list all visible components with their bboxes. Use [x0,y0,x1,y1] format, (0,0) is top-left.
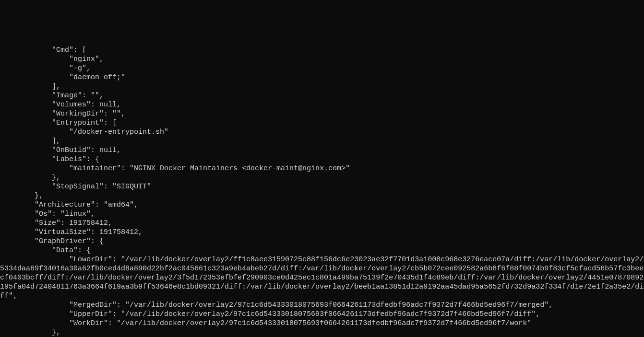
terminal-line: "Cmd": [ [0,46,644,55]
terminal-line: "Architecture": "amd64", [0,200,644,209]
terminal-line: "Size": 191758412, [0,219,644,228]
terminal-line: "UpperDir": "/var/lib/docker/overlay2/97… [0,310,644,319]
terminal-line: "daemon off;" [0,73,644,82]
terminal-line: "Labels": { [0,155,644,164]
terminal-line: }, [0,191,644,200]
terminal-line: "LowerDir": "/var/lib/docker/overlay2/ff… [0,255,644,301]
terminal-line: "maintainer": "NGINX Docker Maintainers … [0,164,644,173]
terminal-line: "GraphDriver": { [0,237,644,246]
terminal-line: "nginx", [0,55,644,64]
terminal-line: ], [0,137,644,146]
terminal-output[interactable]: "Cmd": [ "nginx", "-g", "daemon off;" ],… [0,46,644,337]
terminal-line: "Data": { [0,246,644,255]
terminal-line: "Volumes": null, [0,100,644,109]
terminal-line: "Os": "linux", [0,209,644,219]
terminal-line: "WorkDir": "/var/lib/docker/overlay2/97c… [0,319,644,328]
terminal-line: "-g", [0,64,644,73]
terminal-line: "StopSignal": "SIGQUIT" [0,182,644,191]
terminal-line: ], [0,82,644,91]
terminal-line: "OnBuild": null, [0,146,644,155]
terminal-line: }, [0,328,644,337]
terminal-line: "Entrypoint": [ [0,118,644,128]
terminal-line: "/docker-entrypoint.sh" [0,128,644,137]
terminal-line: "VirtualSize": 191758412, [0,228,644,237]
terminal-line: "Image": "", [0,91,644,100]
terminal-line: }, [0,173,644,182]
terminal-line: "WorkingDir": "", [0,109,644,118]
terminal-line: "MergedDir": "/var/lib/docker/overlay2/9… [0,301,644,310]
